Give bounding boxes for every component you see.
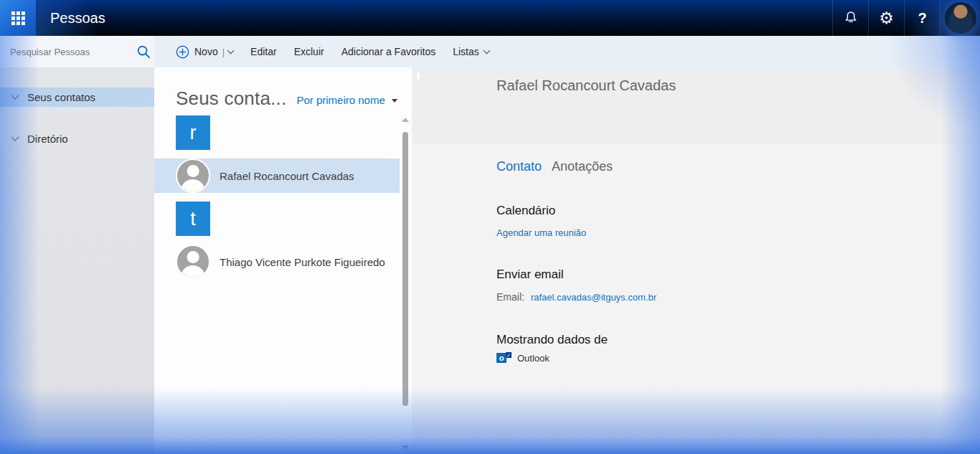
email-section-heading: Enviar email xyxy=(496,268,980,282)
contact-detail-header: Rafael Rocancourt Cavadas xyxy=(412,67,980,144)
contact-row-thiago[interactable]: Thiago Vicente Purkote Figueiredo xyxy=(154,245,400,279)
triangle-down-icon xyxy=(392,99,397,103)
sort-order-dropdown[interactable]: Por primeiro nome xyxy=(296,94,397,110)
chevron-down-icon xyxy=(11,133,19,141)
email-label: Email: xyxy=(496,291,524,303)
detail-tabs: Contato Anotações xyxy=(496,159,980,174)
help-button[interactable]: ? xyxy=(904,0,940,36)
list-scrollbar[interactable] xyxy=(401,115,410,454)
calendar-section-heading: Calendário xyxy=(496,204,980,218)
waffle-icon xyxy=(11,11,25,25)
app-launcher-button[interactable] xyxy=(0,0,36,36)
chevron-down-icon xyxy=(11,91,19,99)
contact-list-panel: Seus conta... Por primeiro nome r Rafael… xyxy=(154,67,412,454)
sidebar-item-your-contacts[interactable]: Seus contatos xyxy=(0,88,154,107)
sidebar-item-directory[interactable]: Diretório xyxy=(0,129,154,148)
gear-icon: ⚙ xyxy=(879,10,894,27)
contact-photo xyxy=(417,70,420,82)
contact-detail-name: Rafael Rocancourt Cavadas xyxy=(496,77,676,94)
contact-name: Rafael Rocancourt Cavadas xyxy=(220,170,354,182)
scrollbar-up-arrow[interactable] xyxy=(402,118,409,122)
sidebar-item-label: Seus contatos xyxy=(27,91,95,103)
contact-row-rafael[interactable]: Rafael Rocancourt Cavadas xyxy=(154,159,400,193)
search-icon[interactable] xyxy=(136,44,151,60)
email-address-link[interactable]: rafael.cavadas@itguys.com.br xyxy=(531,292,656,303)
topbar-actions: ⚙ ? xyxy=(832,0,980,36)
top-bar: Pessoas ⚙ ? xyxy=(0,0,980,36)
new-button[interactable]: Novo | xyxy=(176,45,233,59)
circle-plus-icon xyxy=(176,45,189,59)
bell-icon xyxy=(843,10,859,26)
tab-notes[interactable]: Anotações xyxy=(552,159,613,174)
command-toolbar: Novo | Editar Excluir Adicionar a Favori… xyxy=(154,36,980,67)
search-input[interactable] xyxy=(10,47,136,57)
app-title: Pessoas xyxy=(50,0,105,36)
contact-detail-panel: Rafael Rocancourt Cavadas Contato Anotaç… xyxy=(412,67,980,454)
data-source-row: o ✓ Outlook xyxy=(496,352,980,364)
person-avatar-placeholder xyxy=(176,159,210,193)
contact-list-header: Seus conta... Por primeiro nome xyxy=(154,67,412,115)
scrollbar-down-arrow[interactable] xyxy=(402,445,409,450)
letter-group-tile[interactable]: r xyxy=(176,115,210,150)
tab-contact[interactable]: Contato xyxy=(496,159,542,174)
settings-button[interactable]: ⚙ xyxy=(868,0,904,36)
search-box xyxy=(0,36,154,67)
sort-order-label: Por primeiro nome xyxy=(296,94,385,106)
new-button-label: Novo xyxy=(194,46,218,57)
edit-button[interactable]: Editar xyxy=(250,46,277,57)
user-avatar-photo xyxy=(945,2,976,34)
divider: | xyxy=(222,47,225,57)
delete-button[interactable]: Excluir xyxy=(294,46,324,57)
contact-detail-body: Contato Anotações Calendário Agendar uma… xyxy=(412,159,980,364)
notifications-button[interactable] xyxy=(832,0,868,36)
lists-menu-label: Listas xyxy=(453,46,479,57)
contact-list-title: Seus conta... xyxy=(176,88,286,110)
email-row: Email: rafael.cavadas@itguys.com.br xyxy=(496,291,980,303)
data-source-heading: Mostrando dados de xyxy=(496,333,980,347)
lists-menu-button[interactable]: Listas xyxy=(453,46,489,57)
contact-name: Thiago Vicente Purkote Figueiredo xyxy=(220,256,385,268)
question-mark-icon: ? xyxy=(918,10,926,27)
data-source-provider: Outlook xyxy=(517,353,550,364)
sidebar-item-label: Diretório xyxy=(27,133,68,145)
account-menu-button[interactable] xyxy=(940,0,980,36)
schedule-meeting-link[interactable]: Agendar uma reunião xyxy=(496,227,586,238)
folders-sidebar: Seus contatos Diretório xyxy=(0,67,154,454)
person-avatar-placeholder xyxy=(417,68,420,83)
scrollbar-thumb[interactable] xyxy=(402,132,408,406)
person-avatar-placeholder xyxy=(176,245,210,279)
letter-group-tile[interactable]: t xyxy=(176,202,210,236)
chevron-down-icon[interactable] xyxy=(227,47,235,54)
outlook-icon: o ✓ xyxy=(496,352,512,364)
chevron-down-icon xyxy=(483,47,490,54)
add-to-favorites-button[interactable]: Adicionar a Favoritos xyxy=(341,46,436,57)
